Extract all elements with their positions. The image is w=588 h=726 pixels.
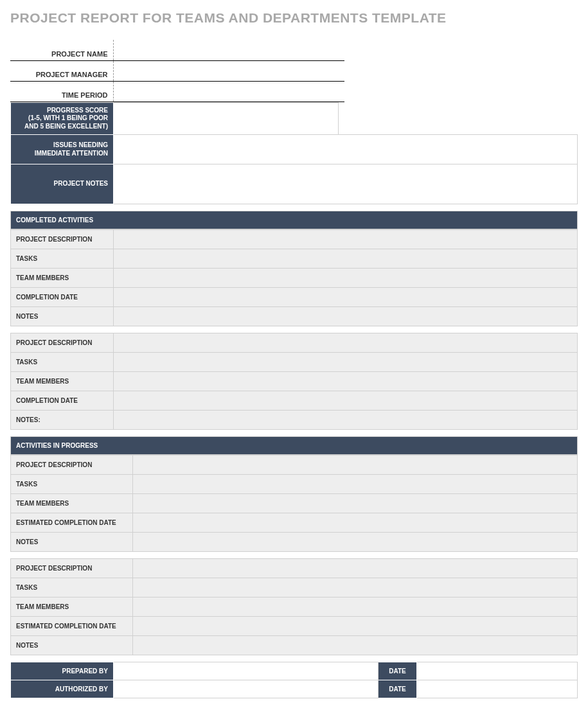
tasks-field[interactable]	[114, 249, 578, 269]
notes-label: NOTES:	[11, 411, 114, 430]
completion-date-label: COMPLETION DATE	[11, 288, 114, 307]
notes-label: NOTES	[11, 636, 133, 655]
page-title: PROJECT REPORT FOR TEAMS AND DEPARTMENTS…	[10, 10, 578, 26]
completion-date-field[interactable]	[114, 391, 578, 411]
progress-score-field[interactable]	[114, 102, 339, 135]
in-progress-section: ACTIVITIES IN PROGRESS PROJECT DESCRIPTI…	[10, 436, 578, 655]
completion-date-field[interactable]	[114, 288, 578, 307]
project-description-field[interactable]	[114, 333, 578, 353]
estimated-completion-label: ESTIMATED COMPLETION DATE	[11, 513, 133, 533]
team-members-label: TEAM MEMBERS	[11, 269, 114, 288]
completed-activities-header: COMPLETED ACTIVITIES	[10, 211, 578, 229]
authorized-date-label: DATE	[379, 680, 417, 698]
project-description-label: PROJECT DESCRIPTION	[11, 559, 133, 578]
tasks-label: TASKS	[11, 578, 133, 598]
estimated-completion-field[interactable]	[133, 513, 578, 533]
estimated-completion-label: ESTIMATED COMPLETION DATE	[11, 617, 133, 636]
team-members-field[interactable]	[133, 494, 578, 513]
completed-block-2: PROJECT DESCRIPTION TASKS TEAM MEMBERS C…	[10, 333, 578, 430]
team-members-label: TEAM MEMBERS	[11, 598, 133, 617]
prepared-by-label: PREPARED BY	[11, 662, 114, 680]
team-members-field[interactable]	[114, 372, 578, 391]
tasks-label: TASKS	[11, 249, 114, 269]
project-description-label: PROJECT DESCRIPTION	[11, 456, 133, 475]
summary-block: PROGRESS SCORE (1-5, WITH 1 BEING POOR A…	[10, 102, 578, 205]
project-notes-field[interactable]	[114, 164, 578, 204]
project-notes-label: PROJECT NOTES	[11, 164, 114, 204]
project-manager-field[interactable]	[113, 60, 344, 81]
team-members-label: TEAM MEMBERS	[11, 372, 114, 391]
project-manager-label: PROJECT MANAGER	[10, 60, 113, 81]
time-period-label: TIME PERIOD	[10, 81, 113, 102]
prepared-date-field[interactable]	[417, 662, 578, 680]
info-block: PROJECT NAME PROJECT MANAGER TIME PERIOD	[10, 40, 344, 102]
project-name-label: PROJECT NAME	[10, 40, 113, 60]
team-members-field[interactable]	[114, 269, 578, 288]
authorized-by-label: AUTHORIZED BY	[11, 680, 114, 698]
project-description-field[interactable]	[133, 559, 578, 578]
notes-field[interactable]	[114, 411, 578, 430]
prepared-date-label: DATE	[379, 662, 417, 680]
notes-field[interactable]	[133, 636, 578, 655]
tasks-label: TASKS	[11, 353, 114, 372]
project-description-field[interactable]	[133, 456, 578, 475]
notes-field[interactable]	[133, 533, 578, 552]
in-progress-block-2: PROJECT DESCRIPTION TASKS TEAM MEMBERS E…	[10, 558, 578, 655]
completed-block-1: PROJECT DESCRIPTION TASKS TEAM MEMBERS C…	[10, 229, 578, 326]
progress-score-label: PROGRESS SCORE (1-5, WITH 1 BEING POOR A…	[11, 102, 114, 135]
team-members-label: TEAM MEMBERS	[11, 494, 133, 513]
notes-field[interactable]	[114, 307, 578, 326]
team-members-field[interactable]	[133, 598, 578, 617]
in-progress-header: ACTIVITIES IN PROGRESS	[10, 436, 578, 455]
project-description-field[interactable]	[114, 230, 578, 249]
issues-label: ISSUES NEEDING IMMEDIATE ATTENTION	[11, 135, 114, 164]
time-period-field[interactable]	[113, 81, 344, 102]
notes-label: NOTES	[11, 533, 133, 552]
authorized-by-field[interactable]	[114, 680, 379, 698]
notes-label: NOTES	[11, 307, 114, 326]
tasks-label: TASKS	[11, 475, 133, 494]
tasks-field[interactable]	[133, 475, 578, 494]
estimated-completion-field[interactable]	[133, 617, 578, 636]
issues-field[interactable]	[114, 135, 578, 164]
project-name-field[interactable]	[113, 40, 344, 60]
completion-date-label: COMPLETION DATE	[11, 391, 114, 411]
prepared-by-field[interactable]	[114, 662, 379, 680]
signature-block: PREPARED BY DATE AUTHORIZED BY DATE	[10, 662, 578, 698]
tasks-field[interactable]	[133, 578, 578, 598]
completed-activities-section: COMPLETED ACTIVITIES PROJECT DESCRIPTION…	[10, 211, 578, 430]
authorized-date-field[interactable]	[417, 680, 578, 698]
project-description-label: PROJECT DESCRIPTION	[11, 230, 114, 249]
project-description-label: PROJECT DESCRIPTION	[11, 333, 114, 353]
in-progress-block-1: PROJECT DESCRIPTION TASKS TEAM MEMBERS E…	[10, 455, 578, 552]
tasks-field[interactable]	[114, 353, 578, 372]
